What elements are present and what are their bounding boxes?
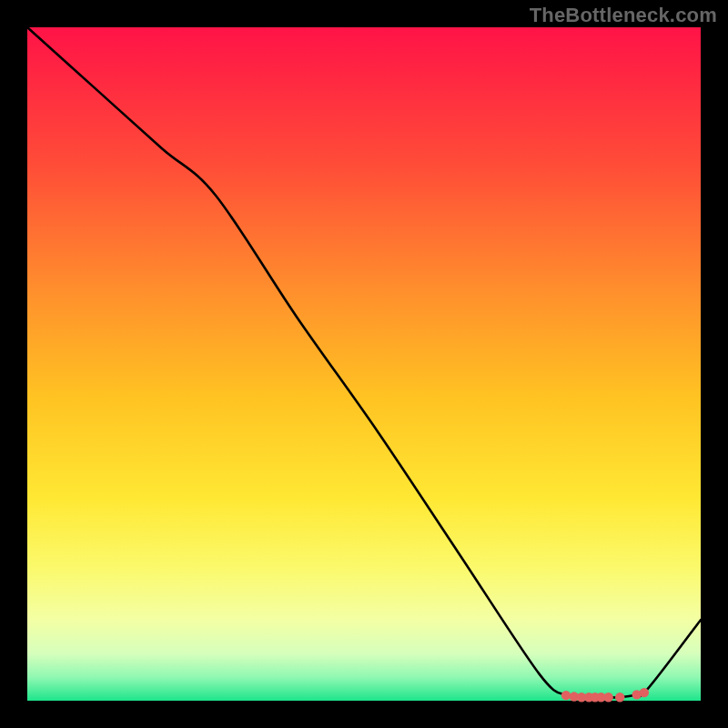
plot-area <box>27 27 701 701</box>
marker-layer <box>27 27 701 701</box>
optimal-marker <box>640 688 649 697</box>
optimal-marker <box>561 691 571 700</box>
optimal-marker <box>615 693 624 702</box>
chart-stage: TheBottleneck.com <box>0 0 728 728</box>
optimal-marker <box>603 693 612 702</box>
attribution-text: TheBottleneck.com <box>530 4 717 27</box>
